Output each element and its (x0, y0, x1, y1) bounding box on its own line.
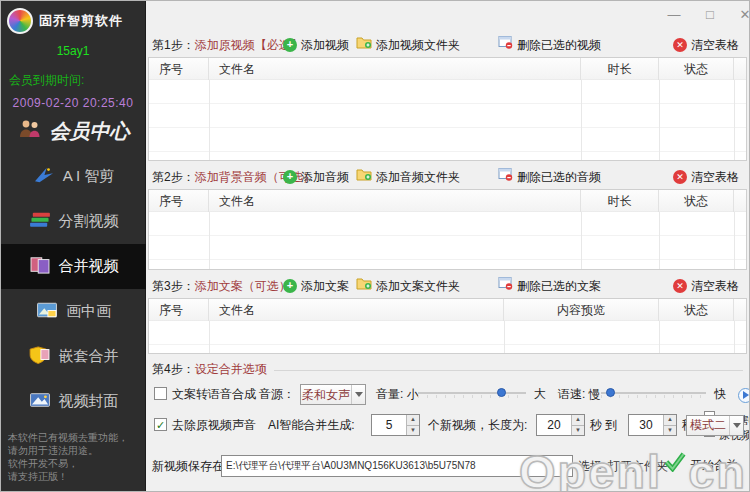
audio-table-body (149, 212, 746, 269)
video-table[interactable]: 序号 文件名 时长 状态 (148, 57, 747, 161)
add-video-folder-button[interactable]: 添加视频文件夹 (356, 35, 460, 55)
members-icon (18, 119, 42, 144)
save-path-input[interactable]: E:\代理平台\代理平台\A0U3MNQ156KU3613\b5U75N78 (221, 455, 573, 477)
user-id-badge: 15ay1 (1, 44, 145, 58)
add-icon: + (283, 170, 297, 184)
sidebar-item-label: 画中画 (66, 302, 111, 321)
add-video-button[interactable]: +添加视频 (283, 35, 349, 55)
sidebar-item-split-video[interactable]: 分割视频 (1, 199, 146, 244)
step1-toolbar: 第1步：添加原视频【必选】 +添加视频 添加视频文件夹 删除已选的视频 ✕清空表… (146, 35, 750, 57)
add-icon: + (283, 38, 297, 52)
maximize-button[interactable]: □ (699, 7, 721, 22)
clear-video-table-button[interactable]: ✕清空表格 (673, 35, 739, 55)
choose-path-button[interactable]: 选择 (578, 455, 602, 477)
voice-select[interactable]: 柔和女声 (300, 384, 366, 405)
step3-label: 第3步：添加文案（可选） (152, 276, 291, 296)
merge-video-icon (29, 256, 51, 277)
volume-slider[interactable] (418, 383, 526, 401)
speed-slider[interactable] (601, 383, 706, 401)
sidebar-item-nested-merge[interactable]: 嵌套合并 (1, 334, 146, 379)
sidebar-item-label: 嵌套合并 (59, 347, 119, 366)
tts-checkbox-label: 文案转语音合成 (172, 383, 256, 405)
step2-toolbar: 第2步：添加背景音频（可选） +添加音频 添加音频文件夹 删除已选的音频 ✕清空… (146, 167, 750, 189)
remove-selected-video-button[interactable]: 删除已选的视频 (498, 35, 601, 55)
sidebar-item-label: A I 智剪 (63, 167, 115, 186)
tts-options-row: 文案转语音合成 音源： 柔和女声 音量: 小 大 语速: 慢 快 试听 (146, 383, 750, 405)
voice-label: 音源： (259, 383, 295, 405)
open-folder-button[interactable]: 打开文件夹 (608, 455, 668, 477)
tts-checkbox[interactable] (154, 387, 167, 400)
volume-label: 音量: 小 (376, 383, 419, 405)
remove-selected-script-button[interactable]: 删除已选的文案 (498, 276, 601, 296)
clear-icon: ✕ (673, 279, 687, 293)
sidebar-item-video-cover[interactable]: 视频封面 (1, 379, 146, 424)
audio-table[interactable]: 序号 文件名 时长 状态 (148, 189, 747, 270)
sidebar-item-ai-cut[interactable]: A I 智剪 (1, 154, 146, 199)
sidebar-item-label: 合并视频 (59, 257, 119, 276)
script-table[interactable]: 序号 文件名 内容预览 状态 (148, 298, 747, 354)
membership-expiry-value: 2009-02-20 20:25:40 (1, 96, 145, 110)
pip-icon (36, 301, 58, 322)
mode-row: 模式二 (146, 415, 750, 437)
divider (274, 370, 743, 371)
close-button[interactable]: ✕ (734, 7, 750, 22)
save-path-label: 新视频保存在: (152, 455, 227, 477)
step4-header: 第4步：设定合并选项 (146, 361, 750, 381)
remove-icon (498, 276, 513, 296)
start-merge-button[interactable]: 开始合并 (664, 455, 738, 475)
speed-label: 语速: 慢 (558, 383, 601, 405)
clear-script-table-button[interactable]: ✕清空表格 (673, 276, 739, 296)
volume-max-label: 大 (534, 383, 546, 405)
sidebar-item-label: 分割视频 (59, 212, 119, 231)
folder-add-icon (356, 276, 372, 296)
save-row: 新视频保存在: E:\代理平台\代理平台\A0U3MNQ156KU3613\b5… (146, 455, 750, 479)
ai-cut-icon (33, 166, 55, 187)
sidebar-disclaimer: 本软件已有视频去重功能， 请勿用于违法用途。 软件开发不易， 请支持正版！ (8, 431, 128, 483)
script-table-header: 序号 文件名 内容预览 状态 (149, 299, 746, 321)
add-audio-folder-button[interactable]: 添加音频文件夹 (356, 167, 460, 187)
sidebar-item-label: 视频封面 (59, 392, 119, 411)
sidebar-item-merge-video[interactable]: 合并视频 (1, 244, 146, 289)
step1-label: 第1步：添加原视频【必选】 (152, 35, 303, 55)
folder-add-icon (356, 167, 372, 187)
chevron-down-icon (351, 385, 365, 404)
app-title: 固乔智剪软件 (39, 12, 123, 30)
add-script-button[interactable]: +添加文案 (283, 276, 349, 296)
video-table-header: 序号 文件名 时长 状态 (149, 58, 746, 80)
step4-label: 第4步：设定合并选项 (152, 361, 267, 378)
speed-max-label: 快 (714, 383, 726, 405)
remove-selected-audio-button[interactable]: 删除已选的音频 (498, 167, 601, 187)
app-header: 固乔智剪软件 (1, 1, 145, 36)
video-cover-icon (29, 391, 51, 412)
chevron-down-icon (729, 416, 743, 435)
video-table-body (149, 80, 746, 160)
mode-select[interactable]: 模式二 (686, 415, 744, 436)
split-video-icon (29, 211, 51, 232)
sidebar: 固乔智剪软件 15ay1 会员到期时间: 2009-02-20 20:25:40… (1, 1, 146, 492)
sidebar-menu: 会员中心 A I 智剪 分割视频 合并视频 画中画 嵌套合并 (1, 109, 146, 424)
add-audio-button[interactable]: +添加音频 (283, 167, 349, 187)
app-logo-icon (7, 8, 33, 34)
audio-table-header: 序号 文件名 时长 状态 (149, 190, 746, 212)
app-window: 固乔智剪软件 15ay1 会员到期时间: 2009-02-20 20:25:40… (0, 0, 750, 492)
clear-icon: ✕ (673, 170, 687, 184)
sidebar-item-picture-in-picture[interactable]: 画中画 (1, 289, 146, 334)
script-table-body (149, 321, 746, 353)
add-icon: + (283, 279, 297, 293)
sidebar-item-member-center[interactable]: 会员中心 (1, 109, 146, 154)
clear-icon: ✕ (673, 38, 687, 52)
sidebar-item-label: 会员中心 (50, 118, 130, 145)
clear-audio-table-button[interactable]: ✕清空表格 (673, 167, 739, 187)
step3-toolbar: 第3步：添加文案（可选） +添加文案 添加文案文件夹 删除已选的文案 ✕清空表格 (146, 276, 750, 298)
preview-audio-button[interactable]: 试听 (738, 385, 750, 405)
play-icon (738, 388, 750, 403)
minimize-button[interactable]: — (663, 7, 685, 22)
check-icon (664, 452, 686, 479)
remove-icon (498, 35, 513, 55)
folder-add-icon (356, 35, 372, 55)
membership-expiry-label: 会员到期时间: (1, 58, 145, 89)
remove-icon (498, 167, 513, 187)
nest-merge-icon (29, 346, 51, 367)
add-script-folder-button[interactable]: 添加文案文件夹 (356, 276, 460, 296)
